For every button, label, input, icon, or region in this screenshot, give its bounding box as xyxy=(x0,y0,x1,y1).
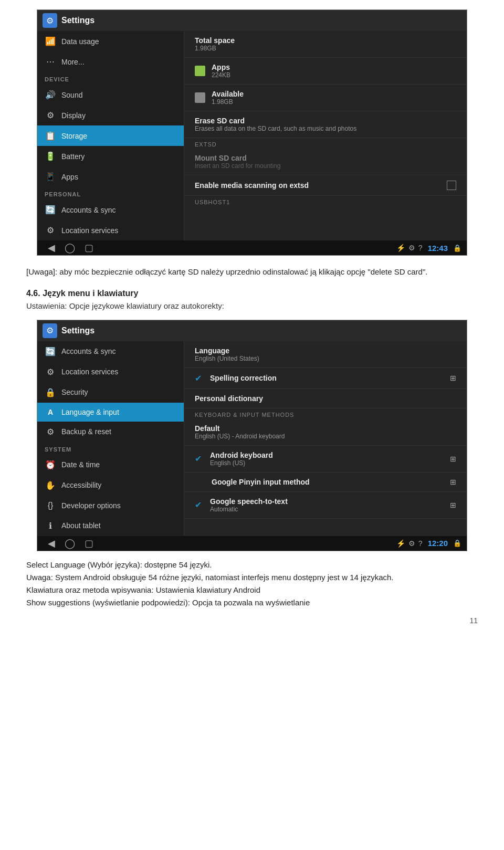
sidebar-item-label: Apps xyxy=(61,173,78,181)
sidebar-item-label: Language & input xyxy=(61,408,119,416)
screenshot-2: ⚙ Settings 🔄 Accounts & sync ⚙ Location … xyxy=(37,320,467,551)
section-keyboard: KEYBOARD & INPUT METHODS xyxy=(184,408,467,419)
available-texts: Available 1.98GB xyxy=(212,90,456,106)
content-1: Total space 1.98GB Apps 224KB Available … xyxy=(184,31,467,240)
content-row-apps[interactable]: Apps 224KB xyxy=(184,58,467,85)
enable-media-title: Enable media scanning on extsd xyxy=(195,181,440,190)
statusbar-1: ◀ ◯ ▢ ⚡ ⚙ ? 12:43 🔒 xyxy=(37,240,467,255)
sidebar-item-display[interactable]: ⚙ Display xyxy=(37,105,184,125)
accessibility-icon: ✋ xyxy=(45,480,56,490)
sidebar-item-location-services[interactable]: ⚙ Location services xyxy=(37,220,184,240)
usb-icon-2: ⚡ xyxy=(396,539,405,548)
titlebar-title-1: Settings xyxy=(61,16,94,25)
recent-button-2[interactable]: ▢ xyxy=(85,538,93,549)
google-pinyin-title: Google Pinyin input method xyxy=(212,478,444,486)
sidebar-item-data-usage[interactable]: 📶 Data usage xyxy=(37,31,184,51)
screenshot-1: ⚙ Settings 📶 Data usage ⋯ More... DEVICE… xyxy=(37,9,467,256)
sidebar-item-accessibility[interactable]: ✋ Accessibility xyxy=(37,475,184,496)
battery-icon: 🔋 xyxy=(45,151,56,161)
data-usage-icon: 📶 xyxy=(45,36,56,46)
sidebar-item-storage[interactable]: 📋 Storage xyxy=(37,125,184,146)
section-extsd: EXTSD xyxy=(184,138,467,149)
content-row-android-keyboard[interactable]: ✔ Android keyboard English (US) ⊞ xyxy=(184,446,467,473)
accounts-sync-icon: 🔄 xyxy=(45,205,56,215)
titlebar-1: ⚙ Settings xyxy=(37,10,467,31)
section-label-device: DEVICE xyxy=(37,72,184,85)
status-icons-1: ⚡ ⚙ ? xyxy=(396,244,423,252)
mount-sd-title: Mount SD card xyxy=(195,154,456,162)
content-row-language[interactable]: Language English (United States) xyxy=(184,341,467,368)
content-row-google-speech[interactable]: ✔ Google speech-to-text Automatic ⊞ xyxy=(184,492,467,519)
settings-body-1: 📶 Data usage ⋯ More... DEVICE 🔊 Sound ⚙ … xyxy=(37,31,467,240)
sidebar-item-location-2[interactable]: ⚙ Location services xyxy=(37,362,184,382)
section-label-personal: PERSONAL xyxy=(37,187,184,200)
sidebar-item-accounts-sync[interactable]: 🔄 Accounts & sync xyxy=(37,200,184,220)
sidebar-item-apps[interactable]: 📱 Apps xyxy=(37,166,184,187)
sidebar-1: 📶 Data usage ⋯ More... DEVICE 🔊 Sound ⚙ … xyxy=(37,31,184,240)
mount-sd-texts: Mount SD card Insert an SD card for moun… xyxy=(195,154,456,170)
sidebar-item-date-time[interactable]: ⏰ Date & time xyxy=(37,455,184,475)
enable-media-checkbox[interactable] xyxy=(447,181,456,190)
sidebar-item-security[interactable]: 🔒 Security xyxy=(37,382,184,403)
content-row-enable-media[interactable]: Enable media scanning on extsd xyxy=(184,175,467,196)
sidebar-item-label: Data usage xyxy=(61,37,99,46)
sidebar-item-label: Battery xyxy=(61,152,85,161)
content-row-mount-sd[interactable]: Mount SD card Insert an SD card for moun… xyxy=(184,149,467,175)
usb-icon: ⚡ xyxy=(396,244,405,252)
google-speech-adjust-icon[interactable]: ⊞ xyxy=(450,501,456,509)
sidebar-item-label: Backup & reset xyxy=(61,427,111,436)
sidebar-item-accounts-sync2[interactable]: 🔄 Accounts & sync xyxy=(37,341,184,362)
statusbar-2: ◀ ◯ ▢ ⚡ ⚙ ? 12:20 🔒 xyxy=(37,536,467,551)
content-row-spelling[interactable]: ✔ Spelling correction ⊞ xyxy=(184,368,467,389)
sidebar-item-label: More... xyxy=(61,58,85,66)
sound-icon: 🔊 xyxy=(45,90,56,100)
content-row-default[interactable]: Default English (US) - Android keyboard xyxy=(184,419,467,446)
sidebar-item-label: About tablet xyxy=(61,521,101,530)
sidebar-item-about-tablet[interactable]: ℹ About tablet xyxy=(37,516,184,536)
sidebar-2: 🔄 Accounts & sync ⚙ Location services 🔒 … xyxy=(37,341,184,536)
home-button[interactable]: ◯ xyxy=(65,242,75,254)
content-row-total-space[interactable]: Total space 1.98GB xyxy=(184,31,467,58)
spelling-adjust-icon[interactable]: ⊞ xyxy=(450,374,456,382)
lock-icon-2: 🔒 xyxy=(453,539,461,547)
content-row-available[interactable]: Available 1.98GB xyxy=(184,85,467,111)
google-speech-sub: Automatic xyxy=(210,506,444,513)
titlebar-title-2: Settings xyxy=(61,326,94,335)
google-speech-check-icon: ✔ xyxy=(195,500,202,510)
sidebar-item-label: Accounts & sync xyxy=(61,206,116,214)
content-row-erase-sd[interactable]: Erase SD card Erases all data on the SD … xyxy=(184,111,467,138)
sidebar-item-more[interactable]: ⋯ More... xyxy=(37,51,184,72)
settings-app-icon: ⚙ xyxy=(43,13,57,28)
home-button-2[interactable]: ◯ xyxy=(65,538,75,549)
back-button-2[interactable]: ◀ xyxy=(48,538,55,549)
recent-button[interactable]: ▢ xyxy=(85,242,93,254)
content-row-personal-dict[interactable]: Personal dictionary xyxy=(184,389,467,408)
nav-buttons-2: ◀ ◯ ▢ xyxy=(43,538,391,549)
google-pinyin-texts: Google Pinyin input method xyxy=(212,478,444,486)
sidebar-item-developer-options[interactable]: {} Developer options xyxy=(37,496,184,516)
footer-line4: Show suggestions (wyświetlanie podpowied… xyxy=(26,596,478,609)
total-space-sub: 1.98GB xyxy=(195,45,456,52)
content-row-google-pinyin[interactable]: Google Pinyin input method ⊞ xyxy=(184,473,467,492)
sidebar-item-sound[interactable]: 🔊 Sound xyxy=(37,85,184,105)
google-pinyin-adjust-icon[interactable]: ⊞ xyxy=(450,478,456,486)
footer-line3: Klawiatura oraz metoda wpisywania: Ustaw… xyxy=(26,584,478,596)
sidebar-item-language-input[interactable]: A Language & input xyxy=(37,403,184,422)
sidebar-item-label: Developer options xyxy=(61,501,121,510)
note-text-1: [Uwaga]: aby móc bezpiecznie odłączyć ka… xyxy=(26,266,478,278)
android-keyboard-texts: Android keyboard English (US) xyxy=(210,451,444,467)
location-icon-2: ⚙ xyxy=(45,367,56,377)
sidebar-item-label: Date & time xyxy=(61,460,100,469)
sidebar-item-backup-reset[interactable]: ⚙ Backup & reset xyxy=(37,422,184,442)
total-space-texts: Total space 1.98GB xyxy=(195,36,456,52)
sidebar-item-battery[interactable]: 🔋 Battery xyxy=(37,146,184,166)
lock-icon: 🔒 xyxy=(453,244,461,252)
settings-app-icon-2: ⚙ xyxy=(43,323,57,338)
sidebar-item-label: Accounts & sync xyxy=(61,347,116,355)
default-sub: English (US) - Android keyboard xyxy=(195,433,456,440)
android-keyboard-adjust-icon[interactable]: ⊞ xyxy=(450,455,456,463)
sidebar-item-label: Accessibility xyxy=(61,481,101,489)
language-input-icon: A xyxy=(45,408,56,416)
sidebar-item-label: Security xyxy=(61,388,88,396)
back-button[interactable]: ◀ xyxy=(48,242,55,254)
